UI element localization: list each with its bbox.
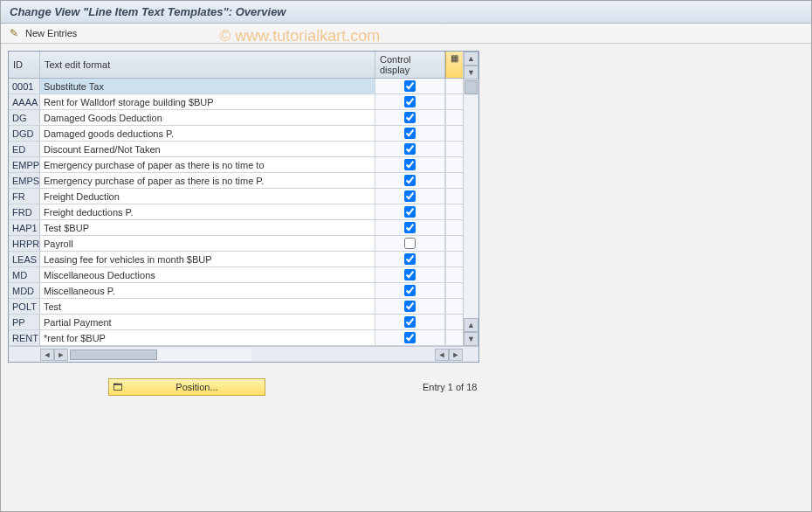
row-text[interactable]: Leasing fee for vehicles in month $BUP xyxy=(40,252,375,266)
table-row[interactable]: RENT*rent for $BUP xyxy=(9,330,463,346)
control-display-checkbox[interactable] xyxy=(404,222,416,233)
col-header-control[interactable]: Control display xyxy=(375,52,445,78)
control-display-checkbox[interactable] xyxy=(404,128,416,139)
row-control-display[interactable] xyxy=(375,189,445,204)
table-row[interactable]: POLTTest xyxy=(9,299,463,315)
row-id[interactable]: DGD xyxy=(9,126,40,141)
table-row[interactable]: HRPRPayroll xyxy=(9,236,463,252)
row-control-display[interactable] xyxy=(375,315,445,329)
table-row[interactable]: HAP1Test $BUP xyxy=(9,220,463,236)
control-display-checkbox[interactable] xyxy=(404,96,416,107)
row-control-display[interactable] xyxy=(375,142,445,156)
vscroll-thumb[interactable] xyxy=(464,80,478,94)
table-row[interactable]: EMPSEmergency purchase of paper as there… xyxy=(9,173,463,189)
control-display-checkbox[interactable] xyxy=(404,175,416,186)
table-row[interactable]: EDDiscount Earned/Not Taken xyxy=(9,142,463,157)
row-id[interactable]: PP xyxy=(9,315,40,329)
position-button[interactable]: 🗔 Position... xyxy=(108,378,265,396)
row-control-display[interactable] xyxy=(375,267,445,282)
row-control-display[interactable] xyxy=(375,204,445,219)
scroll-up-button[interactable]: ▲ xyxy=(464,52,478,66)
table-row[interactable]: FRFreight Deduction xyxy=(9,189,463,204)
row-id[interactable]: LEAS xyxy=(9,252,40,266)
row-text[interactable]: Payroll xyxy=(40,236,375,251)
table-settings-button[interactable]: ▦ xyxy=(445,52,463,78)
new-entries-button[interactable]: New Entries xyxy=(25,28,77,38)
row-control-display[interactable] xyxy=(375,94,445,109)
vscroll-track[interactable] xyxy=(464,95,478,318)
col-header-id[interactable]: ID xyxy=(9,52,40,78)
scroll-right-end-button[interactable]: ► xyxy=(449,349,463,361)
control-display-checkbox[interactable] xyxy=(404,332,416,343)
control-display-checkbox[interactable] xyxy=(404,301,416,312)
row-control-display[interactable] xyxy=(375,299,445,314)
row-control-display[interactable] xyxy=(375,126,445,141)
row-text[interactable]: Freight Deduction xyxy=(40,189,375,204)
row-control-display[interactable] xyxy=(375,173,445,188)
scroll-down-end-button[interactable]: ▼ xyxy=(464,332,478,346)
control-display-checkbox[interactable] xyxy=(404,238,416,249)
table-row[interactable]: PPPartial Payment xyxy=(9,315,463,330)
row-text[interactable]: Damaged goods deductions P. xyxy=(40,126,375,141)
control-display-checkbox[interactable] xyxy=(404,316,416,328)
row-text[interactable]: Discount Earned/Not Taken xyxy=(40,142,375,156)
row-id[interactable]: AAAA xyxy=(9,94,40,109)
row-control-display[interactable] xyxy=(375,157,445,172)
col-header-text[interactable]: Text edit format xyxy=(40,52,375,78)
table-row[interactable]: AAAARent for Walldorf storage building $… xyxy=(9,94,463,110)
control-display-checkbox[interactable] xyxy=(404,143,416,155)
control-display-checkbox[interactable] xyxy=(404,285,416,296)
row-control-display[interactable] xyxy=(375,330,445,345)
table-row[interactable]: FRDFreight deductions P. xyxy=(9,204,463,220)
hscroll-thumb[interactable] xyxy=(70,349,157,360)
table-row[interactable]: DGDamaged Goods Deduction xyxy=(9,110,463,126)
row-id[interactable]: MDD xyxy=(9,283,40,298)
scroll-left-end-button[interactable]: ◄ xyxy=(435,349,449,361)
table-row[interactable]: MDMiscellaneous Deductions xyxy=(9,267,463,283)
scroll-down-button[interactable]: ▼ xyxy=(464,66,478,80)
scroll-up-end-button[interactable]: ▲ xyxy=(464,318,478,332)
row-id[interactable]: POLT xyxy=(9,299,40,314)
control-display-checkbox[interactable] xyxy=(404,80,416,92)
change-button[interactable]: ✎ xyxy=(10,27,18,39)
row-id[interactable]: MD xyxy=(9,267,40,282)
control-display-checkbox[interactable] xyxy=(404,190,416,202)
hscroll-track[interactable] xyxy=(68,349,251,361)
row-text[interactable]: Damaged Goods Deduction xyxy=(40,110,375,125)
row-control-display[interactable] xyxy=(375,220,445,235)
control-display-checkbox[interactable] xyxy=(404,269,416,280)
table-row[interactable]: 0001Substitute Tax xyxy=(9,79,463,94)
row-text[interactable]: Emergency purchase of paper as there is … xyxy=(40,157,375,172)
row-control-display[interactable] xyxy=(375,252,445,266)
table-row[interactable]: EMPPEmergency purchase of paper as there… xyxy=(9,157,463,173)
row-control-display[interactable] xyxy=(375,283,445,298)
row-control-display[interactable] xyxy=(375,110,445,125)
row-text[interactable]: Emergency purchase of paper as there is … xyxy=(40,173,375,188)
control-display-checkbox[interactable] xyxy=(404,112,416,123)
row-text[interactable]: Rent for Walldorf storage building $BUP xyxy=(40,94,375,109)
row-text[interactable]: Test xyxy=(40,299,375,314)
row-text[interactable]: Partial Payment xyxy=(40,315,375,329)
row-text[interactable]: Substitute Tax xyxy=(40,79,375,93)
row-id[interactable]: ED xyxy=(9,142,40,156)
row-id[interactable]: HAP1 xyxy=(9,220,40,235)
row-text[interactable]: Freight deductions P. xyxy=(40,204,375,219)
row-text[interactable]: *rent for $BUP xyxy=(40,330,375,345)
row-control-display[interactable] xyxy=(375,79,445,93)
row-id[interactable]: FRD xyxy=(9,204,40,219)
table-row[interactable]: LEASLeasing fee for vehicles in month $B… xyxy=(9,252,463,267)
row-id[interactable]: RENT xyxy=(9,330,40,345)
row-text[interactable]: Miscellaneous P. xyxy=(40,283,375,298)
row-id[interactable]: DG xyxy=(9,110,40,125)
row-id[interactable]: FR xyxy=(9,189,40,204)
row-text[interactable]: Miscellaneous Deductions xyxy=(40,267,375,282)
vertical-scrollbar[interactable]: ▲▼▲▼ xyxy=(463,52,478,346)
control-display-checkbox[interactable] xyxy=(404,253,416,265)
control-display-checkbox[interactable] xyxy=(404,206,416,218)
table-row[interactable]: DGDDamaged goods deductions P. xyxy=(9,126,463,142)
scroll-right-button[interactable]: ► xyxy=(54,349,68,361)
row-id[interactable]: EMPP xyxy=(9,157,40,172)
scroll-left-button[interactable]: ◄ xyxy=(40,349,54,361)
control-display-checkbox[interactable] xyxy=(404,159,416,170)
row-id[interactable]: HRPR xyxy=(9,236,40,251)
